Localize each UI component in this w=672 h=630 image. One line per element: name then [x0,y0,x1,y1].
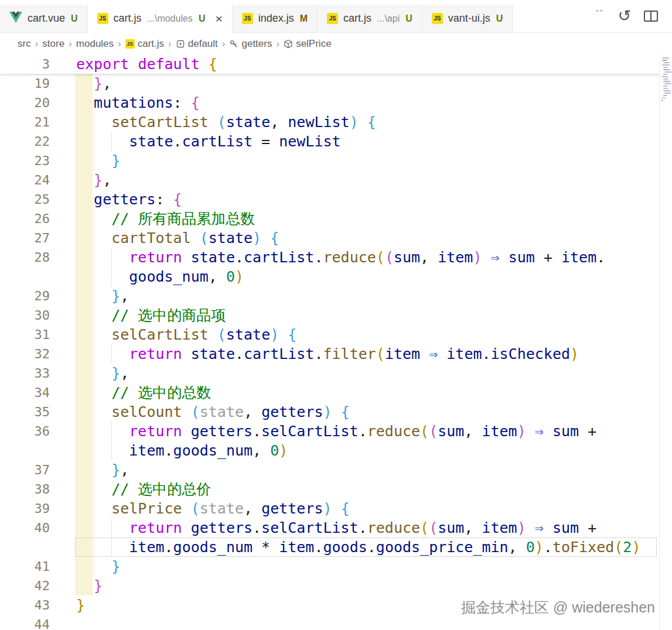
code-token: . [314,539,323,556]
code-line[interactable]: 3export default { [0,54,672,74]
code-line[interactable]: 34 // 选中的总数 [0,383,672,402]
line-number[interactable]: 41 [0,557,75,576]
line-number[interactable]: 27 [0,228,75,248]
open-timeline-icon[interactable]: ↺ [618,8,631,24]
tab-vant-ui-js[interactable]: JSvant-ui.jsU [422,5,513,32]
line-number[interactable]: 39 [0,499,75,518]
code-line[interactable]: 26 // 所有商品累加总数 [0,209,672,228]
line-number[interactable]: 38 [0,480,75,499]
code-token: state [209,230,253,246]
code-line[interactable]: 21 setCartList (state, newList) { [0,112,672,132]
code-token [76,210,111,227]
code-token: ( [420,519,429,536]
code-token [332,403,341,420]
line-number[interactable]: 33 [0,364,75,383]
code-line[interactable]: 25 getters: { [0,190,672,209]
line-number[interactable]: 30 [0,306,75,325]
breadcrumb: src›store›modules›JScart.js›default›gett… [0,33,672,54]
line-number[interactable]: 19 [0,74,75,93]
minimap[interactable] [659,54,672,630]
code-line[interactable]: item.goods_num * item.goods.goods_price_… [0,537,672,557]
line-number[interactable] [0,441,75,460]
line-number[interactable]: 37 [0,460,75,480]
sticky-scroll-line[interactable]: 3export default { [0,54,672,74]
line-number[interactable]: 40 [0,518,75,537]
line-number[interactable]: 42 [0,576,75,595]
code-line[interactable]: 33 }, [0,364,672,383]
breadcrumb-item-cart-js[interactable]: JScart.js [125,38,164,50]
line-number[interactable]: 28 [0,248,75,267]
code-token [191,230,200,246]
line-number[interactable]: 20 [0,93,75,112]
tab-cart-js-modules[interactable]: JScart.js...\modulesU× [88,5,233,32]
line-number[interactable]: 36 [0,422,75,441]
code-line[interactable]: 23 } [0,151,672,170]
tab-description: ...\api [377,13,400,24]
line-number[interactable]: 21 [0,112,75,132]
code-line[interactable]: 44 [0,615,672,630]
line-number[interactable] [0,267,75,286]
code-token: item [279,539,314,556]
code-text: goods_num, 0) [75,267,244,286]
code-line[interactable]: 32 return state.cartList.filter(item ⇒ i… [0,344,672,364]
split-editor-icon[interactable] [644,11,658,22]
code-token: : [173,94,191,111]
line-number[interactable]: 23 [0,151,75,170]
code-line[interactable]: 28 return state.cartList.reduce((sum, it… [0,248,672,267]
code-line[interactable]: 38 // 选中的总价 [0,480,672,499]
minimap-line [664,93,671,94]
line-number[interactable]: 29 [0,286,75,306]
code-token: return [129,423,182,440]
code-token: . [544,539,552,556]
code-token: . [235,249,244,266]
code-text: // 选中的总数 [75,383,211,402]
line-number[interactable]: 3 [0,54,75,74]
tab-index-js[interactable]: JSindex.jsM [233,5,318,32]
code-line[interactable]: 31 selCartList (state) { [0,325,672,344]
breadcrumb-item-store[interactable]: store [42,38,64,50]
line-number[interactable]: 32 [0,344,75,364]
code-line[interactable]: 39 selPrice (state, getters) { [0,499,672,518]
line-number[interactable]: 44 [0,615,75,630]
code-line[interactable]: 29 }, [0,286,672,306]
line-number[interactable]: 22 [0,132,75,151]
code-line[interactable]: 37 }, [0,460,672,480]
code-line[interactable]: 43} [0,595,672,615]
code-line[interactable]: 27 cartTotal (state) { [0,228,672,248]
code-line[interactable]: 22 state.cartList = newList [0,132,672,151]
code-line[interactable]: 24 }, [0,170,672,190]
code-token: . [314,249,323,266]
line-number[interactable]: 24 [0,170,75,190]
tab-cart-js-api[interactable]: JScart.js...\apiU [318,5,422,32]
code-line[interactable]: 19 }, [0,74,672,93]
breadcrumb-item-selprice[interactable]: selPrice [284,38,331,50]
line-number[interactable] [0,537,75,557]
code-line[interactable]: 42 } [0,576,672,595]
breadcrumb-item-src[interactable]: src [18,38,31,50]
line-number[interactable]: 25 [0,190,75,209]
quote-icon[interactable]: “ [594,11,605,22]
breadcrumb-item-modules[interactable]: modules [76,38,114,50]
code-token: ⇒ [429,345,438,362]
code-line[interactable]: 35 selCount (state, getters) { [0,402,672,422]
code-token: goods_num [129,268,208,285]
line-number[interactable]: 35 [0,402,75,422]
git-status-badge: U [496,13,503,24]
code-line[interactable]: 20 mutations: { [0,93,672,112]
tab-cart-vue[interactable]: cart.vueU [0,5,88,32]
close-tab-icon[interactable]: × [215,13,222,25]
breadcrumb-item-default[interactable]: default [176,38,218,50]
line-number[interactable]: 34 [0,383,75,402]
editor[interactable]: 3export default { 19 },20 mutations: {21… [0,54,672,630]
code-line[interactable]: 40 return getters.selCartList.reduce((su… [0,518,672,537]
breadcrumb-item-getters[interactable]: getters [229,38,272,50]
code-token [332,500,341,517]
code-line[interactable]: 36 return getters.selCartList.reduce((su… [0,422,672,441]
code-line[interactable]: item.goods_num, 0) [0,441,672,460]
code-line[interactable]: goods_num, 0) [0,267,672,286]
line-number[interactable]: 43 [0,595,75,615]
code-line[interactable]: 41 } [0,557,672,576]
line-number[interactable]: 31 [0,325,75,344]
code-line[interactable]: 30 // 选中的商品项 [0,306,672,325]
line-number[interactable]: 26 [0,209,75,228]
